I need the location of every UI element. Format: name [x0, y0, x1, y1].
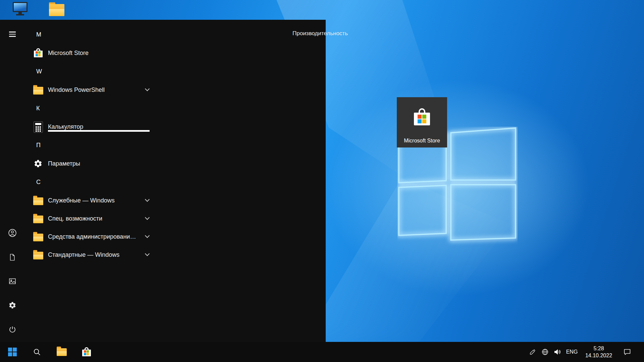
store-bag-icon [82, 347, 92, 357]
windows-logo-icon [8, 348, 17, 356]
app-label: Калькулятор [48, 123, 83, 130]
section-letter-s[interactable]: С [24, 173, 154, 191]
language-label: ENG [566, 349, 578, 355]
app-label: Спец. возможности [48, 215, 102, 222]
volume-button[interactable] [551, 342, 564, 362]
chevron-down-icon[interactable] [145, 197, 150, 202]
desktop-icon-folder[interactable] [48, 3, 65, 16]
start-app-windows-powershell[interactable]: Windows PowerShell [24, 81, 154, 99]
start-app-list: М Microsoft Store W Windows PowerShell [24, 20, 154, 342]
app-label: Стандартные — Windows [48, 251, 119, 258]
file-explorer-button[interactable] [49, 342, 74, 362]
start-button[interactable] [0, 342, 24, 362]
app-label: Средства администрирования W… [48, 233, 139, 240]
section-letter-label: М [36, 31, 41, 38]
app-label: Параметры [48, 160, 80, 167]
computer-icon [13, 2, 28, 12]
app-label: Microsoft Store [48, 50, 89, 57]
start-app-settings[interactable]: Параметры [24, 155, 154, 173]
folder-icon [49, 4, 64, 16]
search-button[interactable] [24, 342, 49, 362]
network-globe-icon [541, 348, 549, 356]
start-tiles-area: Производительность Microsoft Store [154, 20, 326, 342]
microsoft-store-taskbar-button[interactable] [74, 342, 99, 362]
chevron-down-icon[interactable] [145, 251, 150, 256]
time-label: 5:28 [593, 345, 604, 352]
folder-icon [57, 348, 67, 356]
search-icon [33, 348, 41, 356]
chevron-down-icon[interactable] [145, 215, 150, 220]
app-label: Windows PowerShell [48, 86, 105, 94]
folder-icon [33, 232, 43, 242]
hamburger-icon [9, 32, 16, 37]
power-icon [8, 325, 16, 334]
folder-icon [33, 85, 43, 95]
section-letter-label: W [36, 68, 42, 75]
folder-icon [33, 214, 43, 224]
chevron-down-icon[interactable] [145, 86, 150, 91]
app-label: Служебные — Windows [48, 197, 115, 204]
section-letter-label: П [36, 142, 41, 149]
taskbar: ENG 5:28 14.10.2022 [0, 342, 644, 362]
volume-icon [553, 348, 561, 356]
tile-label: Microsoft Store [397, 138, 447, 144]
action-center-button[interactable] [617, 342, 637, 362]
section-letter-m[interactable]: М [24, 25, 154, 44]
section-letter-label: С [36, 179, 41, 186]
desktop-icon-this-pc[interactable] [11, 2, 29, 15]
pictures-button[interactable] [4, 273, 20, 289]
calculator-selection-underline [48, 130, 150, 132]
user-icon [8, 229, 17, 237]
microsoft-store-icon [413, 108, 431, 126]
start-app-windows-accessories[interactable]: Стандартные — Windows [24, 246, 154, 264]
section-letter-w[interactable]: W [24, 62, 154, 81]
date-label: 14.10.2022 [585, 352, 612, 359]
start-app-accessibility[interactable]: Спец. возможности [24, 209, 154, 228]
pictures-icon [8, 277, 16, 285]
language-indicator[interactable]: ENG [564, 342, 580, 362]
taskbar-empty-area [99, 342, 526, 362]
tile-group-header[interactable]: Производительность [292, 30, 348, 37]
folder-icon [33, 195, 43, 206]
start-app-calculator[interactable]: Калькулятор [24, 118, 154, 136]
gear-icon [8, 301, 16, 309]
document-icon [8, 253, 16, 261]
microsoft-store-icon [33, 48, 43, 58]
computer-icon-base [16, 14, 24, 15]
expand-menu-button[interactable] [4, 26, 20, 42]
settings-button[interactable] [4, 297, 20, 313]
section-letter-p[interactable]: П [24, 136, 154, 155]
clock[interactable]: 5:28 14.10.2022 [580, 342, 617, 362]
notifications-icon [623, 348, 631, 356]
folder-icon [33, 250, 43, 260]
chevron-down-icon[interactable] [145, 233, 150, 238]
start-app-admin-tools[interactable]: Средства администрирования W… [24, 228, 154, 246]
start-app-microsoft-store[interactable]: Microsoft Store [24, 44, 154, 62]
pen-workspace-button[interactable] [526, 342, 539, 362]
system-tray: ENG 5:28 14.10.2022 [526, 342, 644, 362]
pen-icon [529, 349, 536, 355]
windows-desktop: М Microsoft Store W Windows PowerShell [0, 0, 644, 362]
documents-button[interactable] [4, 249, 20, 265]
user-account-button[interactable] [4, 225, 20, 241]
start-menu-rail [0, 20, 24, 342]
section-letter-k[interactable]: К [24, 99, 154, 118]
calculator-icon [33, 122, 43, 132]
tile-microsoft-store[interactable]: Microsoft Store [397, 97, 447, 147]
start-app-windows-system[interactable]: Служебные — Windows [24, 191, 154, 209]
gear-icon [33, 159, 43, 169]
network-button[interactable] [539, 342, 551, 362]
start-menu: М Microsoft Store W Windows PowerShell [0, 20, 326, 342]
section-letter-label: К [36, 105, 40, 112]
power-button[interactable] [4, 321, 20, 338]
